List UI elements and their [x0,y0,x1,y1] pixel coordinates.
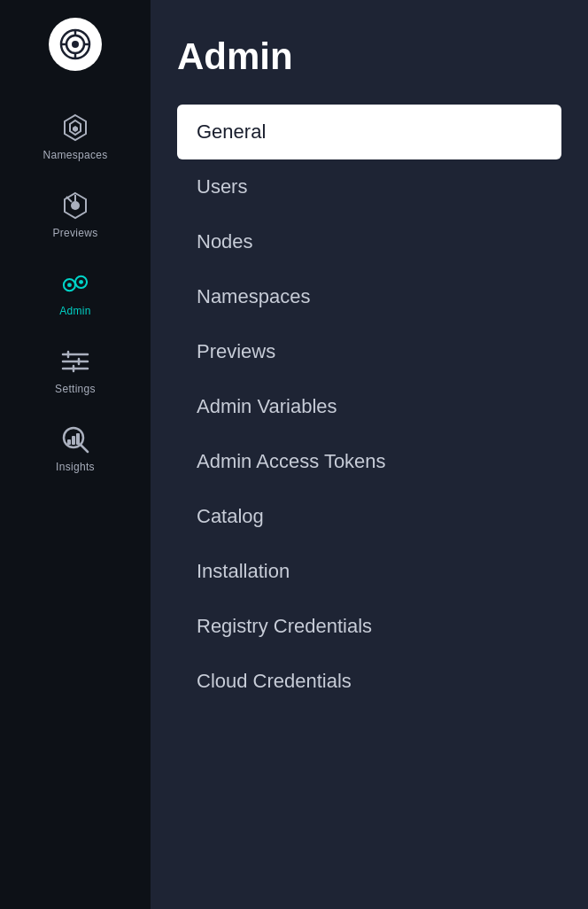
menu-item-users[interactable]: Users [177,159,561,214]
menu-item-admin-access-tokens[interactable]: Admin Access Tokens [177,434,561,489]
menu-item-catalog[interactable]: Catalog [177,489,561,544]
sidebar-item-insights-label: Insights [56,461,95,473]
admin-menu-list: General Users Nodes Namespaces Previews … [177,105,561,709]
sidebar-item-admin[interactable]: Admin [0,253,151,331]
sidebar-item-admin-label: Admin [59,305,91,317]
menu-item-installation[interactable]: Installation [177,544,561,599]
svg-point-16 [79,280,83,284]
sidebar-item-previews-label: Previews [52,227,97,239]
sidebar-item-namespaces[interactable]: Namespaces [0,97,151,175]
sidebar-item-insights[interactable]: Insights [0,409,151,487]
sidebar-item-settings[interactable]: Settings [0,331,151,409]
svg-rect-27 [76,433,80,445]
sidebar-item-previews[interactable]: Previews [0,175,151,253]
svg-point-11 [71,201,80,210]
menu-item-cloud-credentials[interactable]: Cloud Credentials [177,654,561,709]
svg-point-15 [67,283,72,287]
svg-rect-25 [67,439,71,445]
menu-item-namespaces[interactable]: Namespaces [177,269,561,324]
sidebar-item-namespaces-label: Namespaces [43,149,107,161]
svg-line-24 [81,445,88,452]
menu-item-general[interactable]: General [177,105,561,159]
menu-item-admin-variables[interactable]: Admin Variables [177,379,561,434]
svg-point-2 [72,41,79,48]
svg-rect-26 [72,436,75,445]
page-title: Admin [177,35,561,78]
sidebar: Namespaces Previews Admin Sett [0,0,151,909]
menu-item-registry-credentials[interactable]: Registry Credentials [177,599,561,654]
menu-item-nodes[interactable]: Nodes [177,214,561,269]
app-logo[interactable] [49,18,102,71]
sidebar-item-settings-label: Settings [55,383,96,395]
menu-item-previews[interactable]: Previews [177,324,561,379]
svg-marker-9 [73,126,78,132]
main-content: Admin General Users Nodes Namespaces Pre… [151,0,588,909]
